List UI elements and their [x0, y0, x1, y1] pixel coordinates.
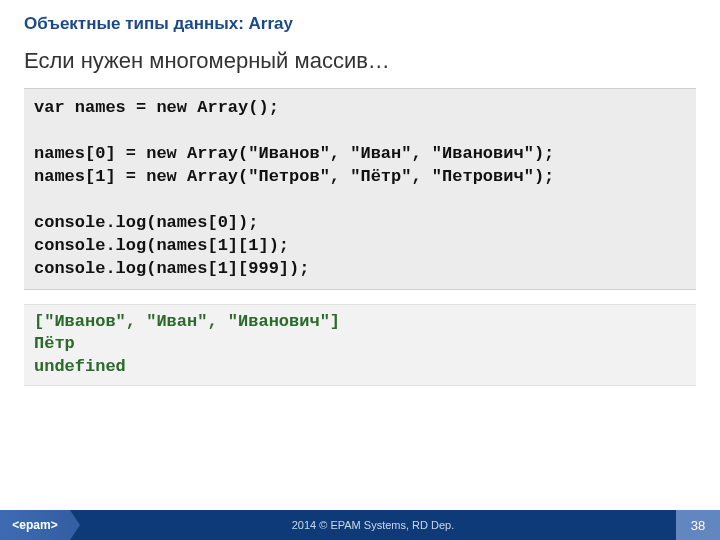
output-block: ["Иванов", "Иван", "Иванович"] Пётр unde… [24, 304, 696, 387]
code-block: var names = new Array(); names[0] = new … [24, 88, 696, 290]
slide-footer: <epam> 2014 © EPAM Systems, RD Dep. 38 [0, 510, 720, 540]
page-number: 38 [676, 510, 720, 540]
slide-header: Объектные типы данных: Array [0, 0, 720, 40]
slide-title: Объектные типы данных: Array [24, 14, 696, 34]
copyright-text: 2014 © EPAM Systems, RD Dep. [70, 519, 676, 531]
epam-logo: <epam> [0, 510, 70, 540]
slide-subtitle: Если нужен многомерный массив… [0, 40, 720, 84]
